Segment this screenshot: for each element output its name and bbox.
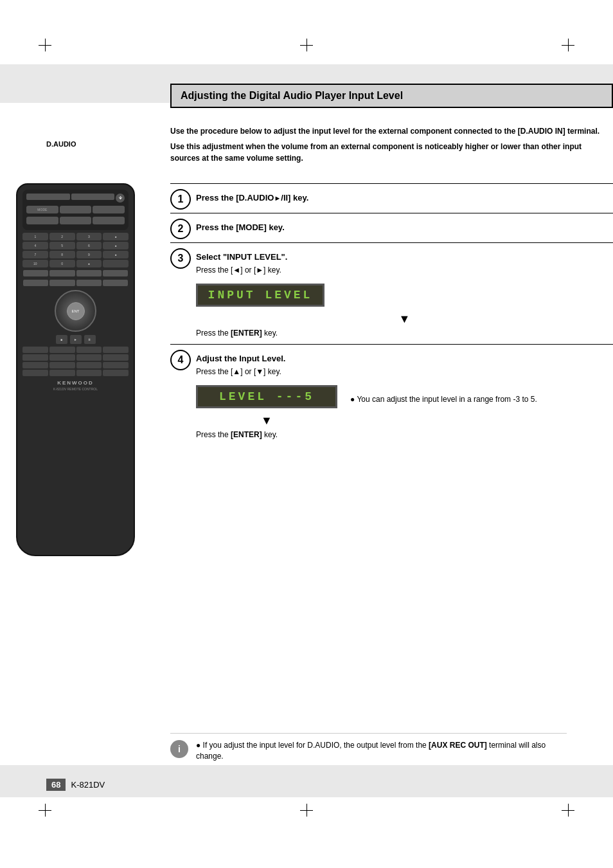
description: Use the procedure below to adjust the in… bbox=[170, 125, 613, 164]
step-4-note: ● You can adjust the input level in a ra… bbox=[350, 394, 537, 405]
remote-mode-btn: MODE bbox=[26, 206, 58, 213]
rb-btn-15 bbox=[76, 370, 102, 376]
step-3-arrow: ▼ bbox=[196, 312, 613, 326]
remote-btn-4 bbox=[93, 206, 125, 213]
rb-btn-7 bbox=[76, 354, 102, 361]
remote-control-image: ⏻ MODE 1 2 3 ● 4 5 6 ● 7 8 9 bbox=[0, 183, 151, 582]
rb-btn-5 bbox=[22, 354, 48, 361]
remote-num-7: 7 bbox=[22, 251, 48, 258]
step-4-enter: Press the [ENTER] key. bbox=[196, 430, 337, 439]
footer: 68 K-821DV bbox=[46, 779, 105, 791]
rb-btn-8 bbox=[103, 354, 129, 361]
step-4-title: Adjust the Input Level. bbox=[196, 354, 613, 363]
section-label: D.AUDIO bbox=[46, 140, 76, 148]
remote-btn-2 bbox=[71, 194, 115, 200]
step-2-title: Press the [MODE] key. bbox=[196, 222, 613, 232]
rb-btn-16 bbox=[103, 370, 129, 376]
note-icon: i bbox=[170, 740, 190, 759]
rb-btn-12 bbox=[103, 362, 129, 368]
remote-btn-3 bbox=[60, 206, 92, 213]
step-1-number: 1 bbox=[170, 189, 191, 210]
title-box: Adjusting the Digital Audio Player Input… bbox=[170, 84, 613, 108]
step-3-enter: Press the [ENTER] key. bbox=[196, 329, 613, 338]
rb-btn-14 bbox=[49, 370, 75, 376]
remote-num-2: 2 bbox=[49, 233, 75, 240]
remote-num-empty bbox=[103, 260, 129, 267]
step-4-number: 4 bbox=[170, 350, 191, 370]
step-4-subtitle: Press the [▲] or [▼] key. bbox=[196, 367, 613, 376]
remote-func-4 bbox=[103, 270, 128, 276]
remote-btn-5 bbox=[26, 217, 58, 224]
remote-body: ⏻ MODE 1 2 3 ● 4 5 6 ● 7 8 9 bbox=[16, 183, 135, 556]
remote-bottom-row-2 bbox=[22, 354, 129, 361]
remote-bottom-row-1 bbox=[22, 347, 129, 353]
step-1: 1 Press the [D.AUDIO►/II] key. bbox=[170, 183, 613, 213]
step-4-note-text: ● You can adjust the input level in a ra… bbox=[350, 395, 537, 404]
remote-num-recall: ● bbox=[103, 251, 129, 258]
description-2: Use this adjustment when the volume from… bbox=[170, 141, 613, 164]
rb-btn-3 bbox=[76, 347, 102, 353]
remote-row-3 bbox=[26, 216, 125, 225]
note-icon-circle: i bbox=[170, 740, 188, 758]
remote-num-8: 8 bbox=[49, 251, 75, 258]
remote-top-section: ⏻ MODE bbox=[22, 190, 129, 230]
remote-func-2 bbox=[49, 270, 75, 276]
model-footer: K-821DV bbox=[71, 780, 105, 790]
remote-enter-btn: ENT bbox=[67, 302, 85, 320]
remote-num-4: 4 bbox=[22, 242, 48, 249]
description-1: Use the procedure below to adjust the in… bbox=[170, 125, 613, 137]
rb-btn-1 bbox=[22, 347, 48, 353]
reg-mark-bl bbox=[39, 804, 51, 817]
remote-btn-1 bbox=[26, 194, 70, 200]
remote-func-row-2 bbox=[22, 279, 129, 287]
remote-btn-7 bbox=[93, 217, 125, 224]
rb-btn-2 bbox=[49, 347, 75, 353]
reg-mark-tl bbox=[39, 39, 51, 51]
reg-mark-tc bbox=[300, 39, 313, 51]
note-text: ● If you adjust the input level for D.AU… bbox=[196, 740, 567, 762]
remote-num-clear: ● bbox=[76, 260, 102, 267]
remote-power-btn: ⏻ bbox=[116, 194, 125, 203]
remote-func-7 bbox=[76, 280, 102, 286]
step-3-number: 3 bbox=[170, 248, 191, 269]
step-4-left: LEVEL ---5 ▼ Press the [ENTER] key. bbox=[196, 381, 337, 439]
remote-func-row-1 bbox=[22, 269, 129, 277]
step-3-subtitle: Press the [◄] or [►] key. bbox=[196, 266, 613, 275]
remote-btn-6 bbox=[60, 217, 92, 224]
remote-row-1: ⏻ bbox=[26, 193, 125, 203]
remote-func-6 bbox=[49, 280, 75, 286]
reg-mark-tr bbox=[562, 39, 574, 51]
remote-num-grid: 1 2 3 ● 4 5 6 ● 7 8 9 ● 10 0 ● bbox=[22, 233, 129, 267]
page-number: 68 bbox=[46, 779, 66, 791]
step-3-title: Select "INPUT LEVEL". bbox=[196, 252, 613, 262]
remote-num-0: 0 bbox=[49, 260, 75, 267]
remote-transport-controls: ■ ► ⏸ bbox=[22, 335, 129, 344]
rb-btn-11 bbox=[76, 362, 102, 368]
note-content: If you adjust the input level for D.AUDI… bbox=[196, 741, 546, 761]
remote-func-5 bbox=[23, 280, 48, 286]
remote-num-dot: ● bbox=[103, 233, 129, 240]
remote-jog-wheel: ENT bbox=[55, 290, 96, 332]
remote-bottom-rows bbox=[22, 347, 129, 376]
page-title: Adjusting the Digital Audio Player Input… bbox=[181, 90, 403, 101]
rb-btn-6 bbox=[49, 354, 75, 361]
rb-btn-13 bbox=[22, 370, 48, 376]
remote-num-3: 3 bbox=[76, 233, 102, 240]
rb-btn-9 bbox=[22, 362, 48, 368]
remote-num-9: 9 bbox=[76, 251, 102, 258]
remote-num-10: 10 bbox=[22, 260, 48, 267]
steps-area: 1 Press the [D.AUDIO►/II] key. 2 Press t… bbox=[170, 183, 613, 868]
step-3: 3 Select "INPUT LEVEL". Press the [◄] or… bbox=[170, 242, 613, 344]
model-text: K-821DV REMOTE CONTROL bbox=[22, 387, 129, 391]
remote-num-5: 5 bbox=[49, 242, 75, 249]
transport-stop: ■ bbox=[56, 335, 67, 344]
transport-pause: ⏸ bbox=[84, 335, 96, 344]
rb-btn-10 bbox=[49, 362, 75, 368]
step-3-lcd: INPUT LEVEL bbox=[196, 284, 324, 307]
remote-num-dot2: ● bbox=[103, 242, 129, 249]
remote-row-2: MODE bbox=[26, 205, 125, 214]
step-4: 4 Adjust the Input Level. Press the [▲] … bbox=[170, 344, 613, 446]
remote-num-1: 1 bbox=[22, 233, 48, 240]
step-4-lcd: LEVEL ---5 bbox=[196, 385, 337, 408]
kenwood-logo: KENWOOD bbox=[22, 380, 129, 386]
